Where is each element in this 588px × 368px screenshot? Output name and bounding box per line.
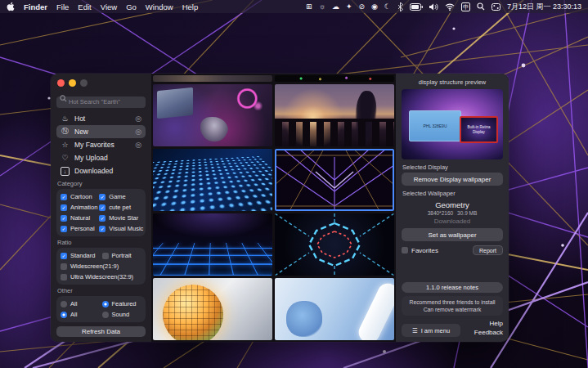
- feedback-link[interactable]: Feedback: [474, 329, 503, 337]
- category-checkbox-visual-music[interactable]: ✓ Visual Music: [99, 224, 143, 233]
- battery-icon[interactable]: [410, 3, 423, 11]
- wallpaper-thumbnail-kaleidoscope[interactable]: [275, 213, 394, 276]
- category-checkbox-natural[interactable]: ✓ Natural: [61, 213, 97, 222]
- brightness-icon[interactable]: ☼: [319, 3, 325, 11]
- set-as-wallpaper-button[interactable]: Set as wallpaper: [402, 228, 503, 241]
- sidebar-item-label: Hot: [74, 114, 85, 123]
- eye-icon[interactable]: ◎: [135, 128, 141, 136]
- checkbox-icon: ✓: [99, 226, 105, 232]
- menubar-item-edit[interactable]: Edit: [78, 2, 91, 11]
- horizon-glow: [153, 213, 272, 238]
- wallpaper-thumbnail-balcony-silhouette[interactable]: [275, 84, 394, 146]
- ratio-checkbox-widescreen[interactable]: Widescreen(21:9): [61, 262, 141, 271]
- checkbox-label: Natural: [70, 214, 90, 222]
- menu-bar: Finder File Edit View Go Window Help ⊞ ☼…: [0, 0, 588, 13]
- panel-bottom-group: 1.1.0 release notes Recommend three frie…: [402, 282, 503, 337]
- checkbox-icon: ✓: [61, 215, 67, 222]
- category-checkbox-cute-pet[interactable]: ✓ cute pet: [99, 203, 143, 212]
- kaleidoscope-shapes: [275, 213, 394, 276]
- ratio-checkbox-portrait[interactable]: Portrait: [102, 251, 142, 260]
- input-method-icon[interactable]: 中: [461, 2, 470, 11]
- favorites-checkbox-icon[interactable]: [402, 247, 408, 254]
- sidebar-item-my-upload[interactable]: ♡ My Upload: [56, 151, 146, 164]
- release-notes-button[interactable]: 1.1.0 release notes: [402, 282, 503, 293]
- room-window-shape: [157, 88, 193, 119]
- checkbox-label: Movie Star: [109, 214, 138, 222]
- category-checkbox-personal[interactable]: ✓ Personal: [61, 224, 97, 233]
- external-display-rect[interactable]: PHL 328E9U: [409, 110, 461, 141]
- i-am-menu-button[interactable]: ☰ I am menu: [402, 324, 460, 337]
- category-checkbox-game[interactable]: ✓ Game: [99, 192, 143, 201]
- selected-display-label: Selected Display: [402, 164, 502, 171]
- refresh-data-button[interactable]: Refresh Data: [56, 326, 146, 337]
- sidebar-item-downloaded[interactable]: ↓ Downloaded: [56, 164, 146, 177]
- zoom-button[interactable]: [80, 79, 88, 87]
- cloud-icon[interactable]: ☁: [332, 3, 339, 11]
- menubar-item-go[interactable]: Go: [126, 2, 137, 11]
- sidebar-item-label: New: [74, 128, 88, 136]
- builtin-display-rect[interactable]: Built-in Retina Display: [460, 116, 498, 143]
- apple-logo-icon[interactable]: [7, 2, 15, 11]
- assistant-icon[interactable]: ✦: [346, 3, 352, 11]
- search-input[interactable]: [56, 96, 146, 108]
- sidebar-item-my-favorites[interactable]: ☆ My Favorites ◎: [56, 138, 146, 151]
- windows-status-icon[interactable]: ⊞: [306, 3, 312, 11]
- dot-plane: [153, 155, 272, 211]
- checkbox-label: Ultra Widescreen(32:9): [70, 273, 133, 280]
- report-button[interactable]: Report: [473, 245, 503, 255]
- other-box: All Featured All Sound: [56, 296, 146, 322]
- bluetooth-icon[interactable]: [397, 2, 403, 11]
- sidebar-item-new[interactable]: Ⓝ New ◎: [56, 125, 146, 138]
- menubar-datetime[interactable]: 7月12日 周一 23:30:13: [507, 2, 581, 12]
- other-radio-sound[interactable]: Sound: [102, 310, 142, 319]
- minimize-button[interactable]: [69, 79, 76, 87]
- grid-plane: [153, 243, 272, 276]
- other-radio-all-2[interactable]: All: [61, 310, 101, 319]
- help-link[interactable]: Help: [474, 320, 503, 328]
- wallpaper-thumbnail-blue-dot-wave[interactable]: [153, 149, 272, 211]
- panel-title: display structure preview: [402, 79, 503, 86]
- eye-icon[interactable]: ◎: [135, 141, 141, 149]
- do-not-disturb-icon[interactable]: ☾: [384, 3, 391, 11]
- close-button[interactable]: [57, 79, 65, 87]
- other-radio-featured[interactable]: Featured: [102, 299, 142, 308]
- checkbox-icon: ✓: [99, 215, 105, 222]
- wallpaper-thumbnail-cyberpunk-room[interactable]: [153, 84, 272, 146]
- control-center-icon[interactable]: [491, 3, 500, 11]
- checkbox-icon: [61, 274, 67, 280]
- radio-icon: [102, 301, 109, 307]
- remove-display-wallpaper-button[interactable]: Remove Display wallpaper: [402, 173, 503, 186]
- ratio-checkbox-ultra-widescreen[interactable]: Ultra Widescreen(32:9): [61, 272, 141, 281]
- menubar-app-name[interactable]: Finder: [24, 2, 47, 11]
- volume-icon[interactable]: [429, 3, 438, 11]
- other-radio-all-1[interactable]: All: [61, 299, 101, 308]
- sidebar-item-label: My Upload: [74, 154, 108, 162]
- checkbox-icon: [61, 263, 67, 270]
- wallpaper-name: Geometry: [402, 200, 503, 209]
- ratio-checkbox-standard[interactable]: ✓ Standard: [61, 251, 101, 260]
- checkbox-label: Cartoon: [70, 193, 92, 200]
- promo-line-2: Can remove watermark: [403, 306, 501, 313]
- wallpaper-thumbnail-disco-ball[interactable]: [153, 278, 272, 340]
- eye-icon[interactable]: ◎: [135, 114, 141, 123]
- category-checkbox-animation[interactable]: ✓ Animation: [61, 203, 97, 212]
- wifi-icon[interactable]: [445, 3, 455, 11]
- spotlight-search-icon[interactable]: [477, 2, 485, 11]
- category-box: ✓ Cartoon ✓ Game ✓ Animation ✓ cute pet …: [56, 189, 146, 236]
- wallpaper-thumbnail-neon-geometry-selected[interactable]: [275, 149, 394, 211]
- menubar-item-view[interactable]: View: [101, 2, 117, 11]
- menubar-item-help[interactable]: Help: [182, 2, 199, 11]
- wallpaper-thumbnail-previous-left[interactable]: [153, 75, 272, 82]
- compass-icon[interactable]: ⊘: [358, 3, 365, 11]
- category-checkbox-movie-star[interactable]: ✓ Movie Star: [99, 213, 143, 222]
- promo-line-1: Recommend three friends to install: [403, 298, 501, 306]
- wallpaper-thumbnail-bright-anime[interactable]: [275, 278, 394, 340]
- wallpaper-thumbnail-neon-grid-floor[interactable]: [153, 213, 272, 276]
- category-checkbox-cartoon[interactable]: ✓ Cartoon: [61, 192, 97, 201]
- radio-label: All: [70, 311, 77, 318]
- sidebar-item-hot[interactable]: ♨ Hot ◎: [56, 112, 146, 125]
- menubar-item-window[interactable]: Window: [146, 2, 173, 11]
- wallpaper-thumbnail-previous-right[interactable]: [275, 75, 394, 82]
- menubar-item-file[interactable]: File: [56, 2, 69, 11]
- record-icon[interactable]: ◉: [371, 3, 378, 11]
